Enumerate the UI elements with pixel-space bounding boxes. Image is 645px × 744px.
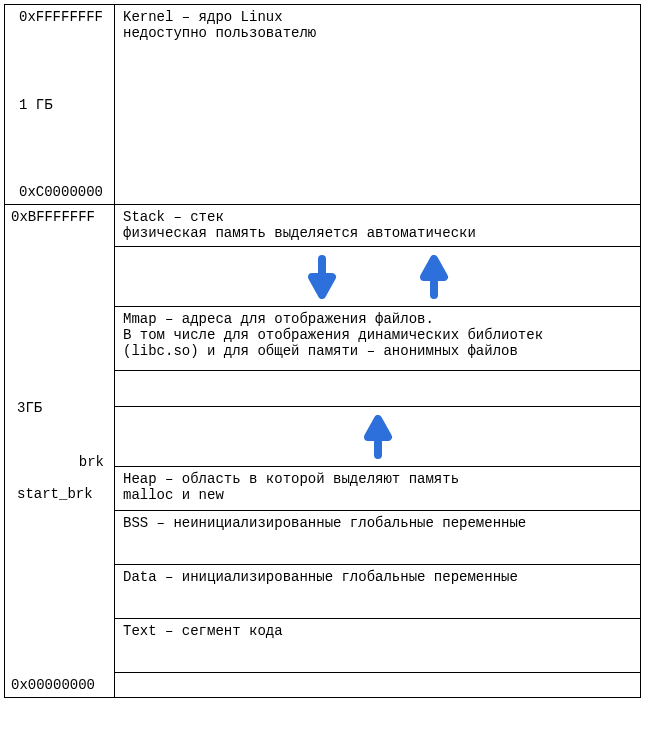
mmap-segment: Mmap – адреса для отображения файлов. В … — [115, 307, 640, 371]
bss-segment: BSS – неинициализированные глобальные пе… — [115, 511, 640, 565]
kernel-segment: Kernel – ядро Linux недоступно пользоват… — [115, 5, 640, 205]
start-brk-label: start_brk — [11, 486, 114, 502]
arrow-down-icon — [306, 255, 338, 299]
address-column: 0xFFFFFFFF 1 ГБ 0xC0000000 0xBFFFFFFF 3Г… — [5, 5, 115, 697]
user-mid-labels: 3ГБ brk start_brk — [5, 229, 114, 673]
addr-top-label: 0xFFFFFFFF — [13, 9, 106, 25]
stack-segment: Stack – стек физическая память выделяетс… — [115, 205, 640, 247]
heap-line1: Heap – область в которой выделяют память — [123, 471, 632, 487]
heap-line2: malloc и new — [123, 487, 632, 503]
stack-mmap-arrow-block — [115, 247, 640, 307]
heap-arrow-block — [115, 407, 640, 467]
bottom-address-label: 0x00000000 — [5, 673, 114, 697]
mmap-line2: В том числе для отображения динамических… — [123, 327, 632, 343]
mmap-line1: Mmap – адреса для отображения файлов. — [123, 311, 632, 327]
arrow-up-icon — [362, 415, 394, 459]
arrow-up-icon — [418, 255, 450, 299]
data-segment: Data – инициализированные глобальные пер… — [115, 565, 640, 619]
content-column: Kernel – ядро Linux недоступно пользоват… — [115, 5, 640, 697]
user-top-label: 0xBFFFFFFF — [5, 205, 114, 229]
mmap-gap — [115, 371, 640, 407]
mmap-line3: (libc.so) и для общей памяти – анонимных… — [123, 343, 632, 359]
stack-line1: Stack – стек — [123, 209, 632, 225]
kernel-line2: недоступно пользователю — [123, 25, 632, 41]
bss-line: BSS – неинициализированные глобальные пе… — [123, 515, 632, 531]
text-line: Text – сегмент кода — [123, 623, 632, 639]
brk-label: brk — [11, 454, 114, 470]
heap-segment: Heap – область в которой выделяют память… — [115, 467, 640, 511]
kernel-line1: Kernel – ядро Linux — [123, 9, 632, 25]
user-address-block: 0xBFFFFFFF 3ГБ brk start_brk 0x00000000 — [5, 205, 114, 697]
stack-line2: физическая память выделяется автоматичес… — [123, 225, 632, 241]
memory-layout-diagram: 0xFFFFFFFF 1 ГБ 0xC0000000 0xBFFFFFFF 3Г… — [4, 4, 641, 698]
data-line: Data – инициализированные глобальные пер… — [123, 569, 632, 585]
user-size-label: 3ГБ — [11, 400, 114, 416]
kernel-address-block: 0xFFFFFFFF 1 ГБ 0xC0000000 — [5, 5, 114, 205]
kernel-bottom-label: 0xC0000000 — [13, 184, 106, 200]
kernel-size-label: 1 ГБ — [13, 97, 106, 113]
bottom-spacer — [115, 673, 640, 697]
text-segment: Text – сегмент кода — [115, 619, 640, 673]
